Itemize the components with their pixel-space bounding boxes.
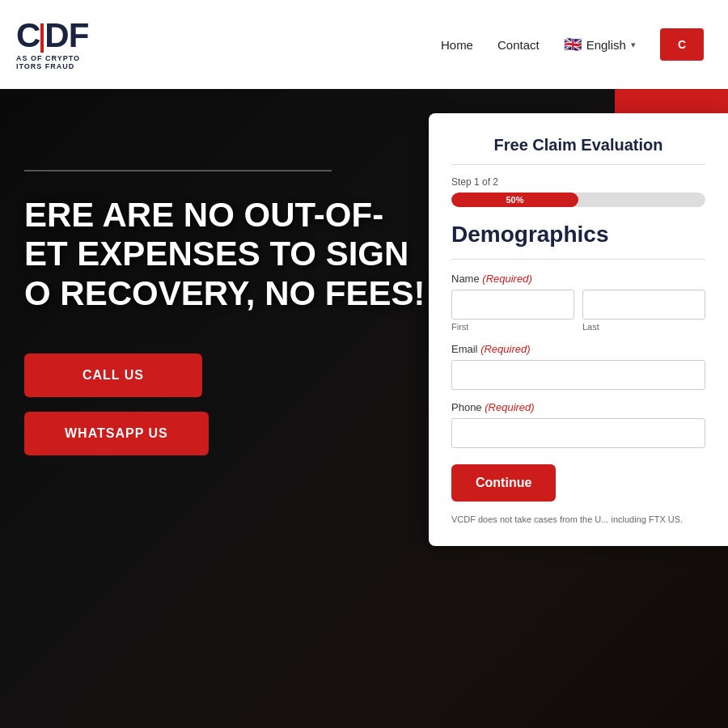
header: CDF AS OF CRYPTO ITORS FRAUD Home Contac… — [0, 0, 728, 89]
form-section-divider — [451, 259, 705, 260]
whatsapp-us-button[interactable]: WHATSAPP US — [24, 412, 209, 455]
progress-percent: 50% — [506, 195, 523, 205]
hero-buttons: CALL US WHATSAPP US — [24, 353, 429, 455]
logo-red-bar — [40, 23, 44, 53]
phone-label: Phone (Required) — [451, 401, 705, 413]
first-label: First — [451, 322, 574, 332]
nav-home[interactable]: Home — [441, 38, 473, 52]
form-title-divider — [451, 164, 705, 165]
step-label: Step 1 of 2 — [451, 176, 705, 188]
continue-button[interactable]: Continue — [451, 464, 556, 502]
last-name-field: Last — [582, 290, 705, 332]
language-label: English — [586, 38, 626, 52]
claim-form-panel: Free Claim Evaluation Step 1 of 2 50% De… — [429, 113, 728, 546]
last-label: Last — [582, 322, 705, 332]
logo-text: CDF — [16, 19, 88, 53]
first-name-input[interactable] — [451, 290, 574, 320]
nav-contact[interactable]: Contact — [497, 38, 540, 52]
name-row: First Last — [451, 290, 705, 332]
logo-subtitle: AS OF CRYPTO ITORS FRAUD — [16, 54, 88, 70]
email-required: (Required) — [480, 343, 530, 355]
phone-required: (Required) — [485, 401, 534, 413]
phone-field-group: Phone (Required) — [451, 401, 705, 448]
name-field-group: Name (Required) First Last — [451, 273, 705, 332]
language-selector[interactable]: 🇬🇧 English ▾ — [564, 36, 636, 53]
first-name-field: First — [451, 290, 574, 332]
hero-section: ERE ARE NO OUT-OF- ET EXPENSES TO SIGN O… — [0, 89, 728, 728]
email-field-group: Email (Required) — [451, 343, 705, 390]
chevron-down-icon: ▾ — [631, 40, 636, 50]
email-input[interactable] — [451, 360, 705, 390]
flag-icon: 🇬🇧 — [564, 36, 582, 53]
progress-bar-fill: 50% — [451, 193, 578, 207]
form-title: Free Claim Evaluation — [451, 136, 705, 154]
phone-input[interactable] — [451, 418, 705, 448]
main-nav: Home Contact 🇬🇧 English ▾ C — [441, 28, 704, 61]
demographics-heading: Demographics — [451, 222, 705, 248]
name-required: (Required) — [482, 273, 531, 285]
hero-divider — [24, 170, 332, 171]
logo: CDF AS OF CRYPTO ITORS FRAUD — [16, 19, 88, 70]
hero-title: ERE ARE NO OUT-OF- ET EXPENSES TO SIGN O… — [24, 196, 429, 313]
last-name-input[interactable] — [582, 290, 705, 320]
header-cta-button[interactable]: C — [660, 28, 704, 61]
email-label: Email (Required) — [451, 343, 705, 355]
call-us-button[interactable]: CALL US — [24, 353, 202, 397]
hero-content: ERE ARE NO OUT-OF- ET EXPENSES TO SIGN O… — [0, 170, 453, 455]
progress-bar: 50% — [451, 193, 705, 207]
name-label: Name (Required) — [451, 273, 705, 285]
disclaimer-text: VCDF does not take cases from the U... i… — [451, 513, 705, 527]
